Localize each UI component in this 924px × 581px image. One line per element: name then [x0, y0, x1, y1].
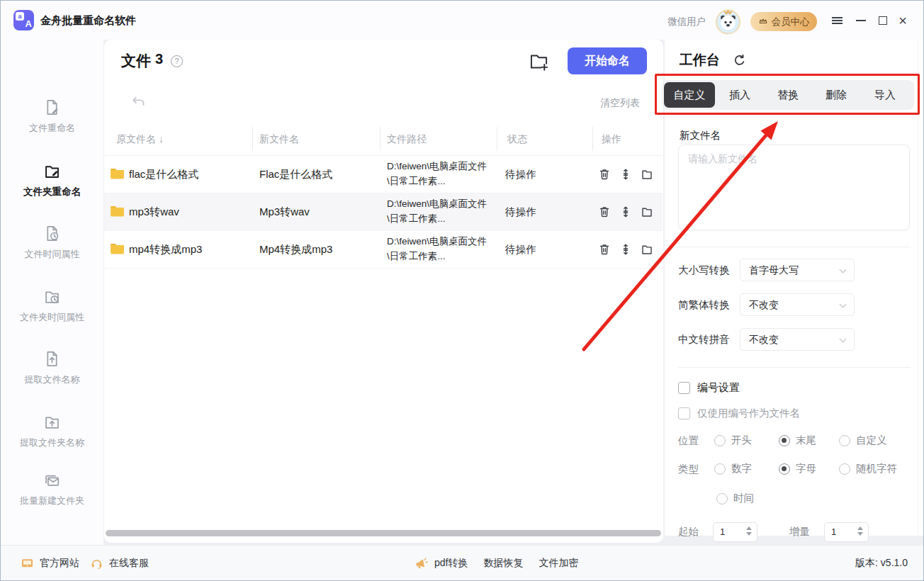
folder-time-icon	[43, 287, 62, 306]
cell-new-name[interactable]: Mp4转换成mp3	[259, 243, 332, 256]
folder-icon	[111, 205, 124, 217]
radio-position-custom[interactable]: 自定义	[839, 434, 887, 447]
column-header-original[interactable]: 原文件名 ↓	[116, 133, 164, 146]
file-count: 3	[155, 51, 163, 67]
new-filename-input[interactable]	[678, 145, 910, 230]
official-site-link[interactable]: 官方网站	[21, 546, 79, 581]
tab-delete[interactable]: 删除	[813, 89, 859, 102]
menu-button[interactable]	[829, 13, 845, 28]
move-row-icon[interactable]	[619, 242, 633, 256]
radio-position-start[interactable]: 开头	[714, 434, 752, 447]
vip-center-label: 会员中心	[772, 16, 810, 28]
refresh-icon[interactable]	[733, 54, 746, 67]
promo-recovery[interactable]: 数据恢复	[483, 557, 523, 570]
move-row-icon[interactable]	[619, 167, 633, 181]
cell-file-path: D:\feiwen\电脑桌面文件\日常工作素...	[387, 159, 495, 189]
case-convert-select[interactable]: 首字母大写	[740, 259, 855, 281]
file-rename-icon	[43, 98, 62, 117]
cell-status: 待操作	[505, 243, 536, 256]
promo-pdf[interactable]: pdf转换	[434, 557, 468, 570]
cell-file-path: D:\feiwen\电脑桌面文件\日常工作素...	[387, 197, 495, 227]
new-filename-label: 新文件名	[680, 129, 721, 142]
column-header-actions: 操作	[602, 133, 621, 146]
number-only-row: 仅使用编号作为文件名	[678, 407, 800, 420]
page-title: 文件	[121, 51, 151, 71]
sidebar-item-folder-rename[interactable]: 文件夹重命名	[1, 162, 103, 198]
increment-label: 增量	[789, 525, 810, 538]
open-folder-icon[interactable]	[640, 167, 654, 181]
chevron-down-icon	[840, 336, 847, 343]
chevron-down-icon	[840, 301, 847, 308]
numbering-settings-row: 编号设置	[678, 381, 740, 395]
tab-custom[interactable]: 自定义	[664, 82, 715, 108]
folder-icon	[111, 168, 124, 179]
sidebar-item-label: 文件夹重命名	[1, 186, 103, 198]
crown-icon	[758, 17, 768, 27]
help-icon[interactable]: ?	[171, 55, 183, 67]
sidebar-item-extract-folder-name[interactable]: 提取文件夹名称	[1, 412, 103, 449]
delete-row-icon[interactable]	[597, 167, 612, 181]
tab-insert[interactable]: 插入	[717, 89, 762, 102]
avatar[interactable]	[715, 9, 741, 35]
file-time-icon	[43, 224, 62, 243]
sidebar-item-file-time[interactable]: 文件时间属性	[1, 224, 103, 261]
radio-type-number[interactable]: 数字	[714, 462, 752, 475]
move-row-icon[interactable]	[619, 205, 633, 219]
online-service-link[interactable]: 在线客服	[90, 546, 149, 581]
extract-file-name-icon	[43, 349, 62, 368]
add-folder-icon[interactable]	[528, 50, 550, 72]
app-logo-small-letter: a	[16, 12, 24, 21]
cell-new-name[interactable]: Mp3转wav	[259, 205, 310, 219]
maximize-button[interactable]	[875, 13, 891, 28]
promo-encrypt[interactable]: 文件加密	[539, 557, 578, 570]
extract-folder-name-icon	[43, 412, 62, 431]
radio-position-end[interactable]: 末尾	[779, 434, 816, 447]
pinyin-convert-select[interactable]: 不改变	[740, 328, 855, 351]
cell-new-name[interactable]: Flac是什么格式	[259, 168, 332, 181]
promo-links: pdf转换 数据恢复 文件加密	[414, 546, 578, 581]
vip-center-button[interactable]: 会员中心	[750, 12, 817, 31]
sidebar-item-file-rename[interactable]: 文件重命名	[1, 98, 103, 135]
delete-row-icon[interactable]	[597, 205, 612, 219]
cell-original-name[interactable]: mp4转换成mp3	[129, 243, 202, 256]
sidebar-item-extract-file-name[interactable]: 提取文件名称	[1, 349, 103, 386]
simplified-traditional-select[interactable]: 不改变	[740, 293, 855, 316]
increment-stepper[interactable]: 1	[824, 522, 869, 542]
sort-desc-icon[interactable]: ↓	[159, 133, 164, 145]
sidebar-item-label: 批量新建文件夹	[1, 495, 103, 507]
cell-status: 待操作	[505, 205, 536, 219]
radio-type-time[interactable]: 时间	[716, 492, 754, 505]
horizontal-scrollbar[interactable]	[106, 530, 661, 536]
start-number-label: 起始	[678, 525, 699, 538]
sidebar-item-batch-new-folder[interactable]: 批量新建文件夹	[1, 470, 103, 507]
table-row-bg	[104, 193, 663, 230]
app-logo-big-letter: A	[26, 18, 32, 29]
sidebar-item-folder-time[interactable]: 文件夹时间属性	[1, 287, 103, 324]
radio-type-letter[interactable]: 字母	[779, 462, 816, 475]
app-window: a A 金舟批量重命名软件 微信用户 会员中心 × 文	[0, 0, 924, 581]
cell-original-name[interactable]: flac是什么格式	[129, 168, 198, 181]
number-only-checkbox[interactable]	[678, 407, 690, 419]
clear-list-button[interactable]: 清空列表	[600, 97, 640, 110]
headset-icon	[90, 557, 103, 570]
number-only-label: 仅使用编号作为文件名	[697, 407, 800, 420]
start-rename-button[interactable]: 开始命名	[568, 47, 647, 74]
radio-type-random[interactable]: 随机字符	[839, 462, 897, 475]
type-label: 类型	[678, 463, 699, 475]
undo-icon[interactable]	[130, 94, 148, 112]
minimize-button[interactable]	[853, 13, 869, 28]
sidebar-item-label: 提取文件名称	[1, 373, 103, 386]
close-button[interactable]: ×	[895, 13, 911, 28]
statusbar: 官方网站 在线客服 pdf转换 数据恢复 文件加密 版本: v5	[1, 545, 923, 581]
tab-replace[interactable]: 替换	[765, 89, 811, 102]
sidebar-item-label: 提取文件夹名称	[1, 436, 103, 449]
open-folder-icon[interactable]	[640, 242, 654, 256]
cell-original-name[interactable]: mp3转wav	[129, 205, 179, 219]
app-logo-icon: a A	[13, 10, 34, 30]
numbering-settings-checkbox[interactable]	[678, 382, 690, 394]
titlebar: a A 金舟批量重命名软件 微信用户 会员中心 ×	[1, 1, 923, 40]
delete-row-icon[interactable]	[597, 242, 612, 256]
open-folder-icon[interactable]	[640, 205, 654, 219]
start-number-stepper[interactable]: 1	[713, 522, 757, 542]
tab-import[interactable]: 导入	[862, 89, 908, 102]
